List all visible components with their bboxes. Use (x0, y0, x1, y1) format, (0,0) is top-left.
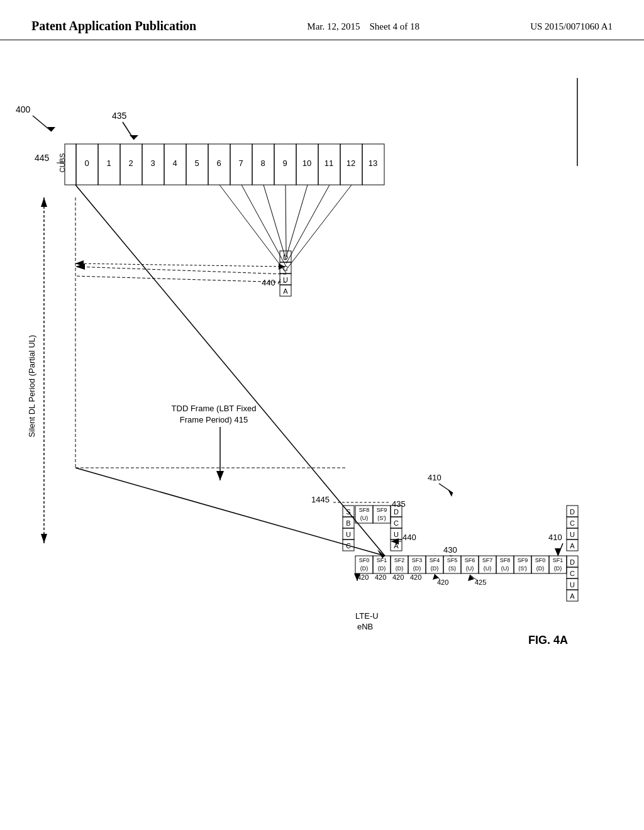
svg-text:CUBS: CUBS (58, 153, 66, 173)
svg-text:5: 5 (194, 158, 199, 168)
svg-text:410: 410 (548, 533, 562, 542)
svg-text:435: 435 (112, 111, 127, 121)
svg-text:7: 7 (238, 158, 243, 168)
svg-text:SF6: SF6 (465, 557, 475, 563)
svg-text:(S): (S) (448, 565, 456, 572)
svg-text:(S'): (S') (377, 515, 386, 521)
svg-marker-39 (41, 197, 47, 207)
pub-date: Mar. 12, 2015 (307, 21, 360, 31)
svg-line-65 (75, 276, 286, 282)
svg-text:10: 10 (303, 158, 311, 168)
svg-line-62 (286, 185, 352, 270)
svg-text:(S'): (S') (518, 565, 527, 572)
svg-text:(D): (D) (396, 565, 404, 572)
svg-text:C: C (570, 519, 575, 527)
publication-date-sheet: Mar. 12, 2015 Sheet 4 of 18 (307, 21, 419, 32)
svg-text:11: 11 (325, 158, 333, 168)
svg-text:SF5: SF5 (447, 557, 458, 563)
svg-rect-8 (65, 144, 76, 185)
svg-text:A: A (283, 287, 288, 295)
svg-text:SF3: SF3 (412, 557, 423, 563)
svg-text:SF9: SF9 (377, 507, 387, 513)
patent-number: US 2015/0071060 A1 (530, 21, 613, 32)
svg-text:420: 420 (392, 573, 404, 581)
sheet-info: Sheet 4 of 18 (369, 21, 419, 31)
svg-text:1445: 1445 (311, 495, 330, 504)
svg-text:1: 1 (106, 158, 111, 168)
svg-text:410: 410 (428, 473, 441, 482)
svg-line-1 (33, 116, 52, 131)
svg-text:U: U (346, 531, 351, 538)
page-header: Patent Application Publication Mar. 12, … (0, 0, 644, 40)
svg-text:(U): (U) (466, 565, 474, 572)
svg-text:SF7: SF7 (482, 557, 493, 563)
svg-line-57 (242, 185, 286, 267)
svg-text:4: 4 (172, 158, 177, 168)
svg-text:B: B (346, 519, 350, 527)
svg-text:SF9: SF9 (518, 557, 528, 563)
svg-text:SF0: SF0 (535, 557, 546, 563)
svg-text:D: D (570, 508, 575, 516)
svg-text:D: D (283, 253, 288, 261)
svg-marker-68 (448, 489, 453, 497)
svg-line-59 (286, 185, 286, 254)
svg-text:A: A (570, 542, 575, 550)
svg-text:C: C (394, 519, 399, 527)
svg-text:445: 445 (35, 153, 50, 163)
svg-text:U: U (394, 531, 399, 538)
svg-text:440: 440 (402, 533, 416, 542)
top-number-grid: 0 1 2 3 4 5 6 7 8 9 (76, 144, 384, 185)
svg-text:LTE-U: LTE-U (355, 611, 379, 621)
svg-text:(D): (D) (378, 565, 386, 572)
svg-text:0: 0 (84, 158, 89, 168)
svg-marker-5 (130, 135, 138, 140)
svg-text:(D): (D) (431, 565, 439, 572)
svg-line-168 (75, 185, 385, 556)
svg-text:eNB: eNB (357, 622, 373, 631)
svg-text:420: 420 (375, 573, 386, 581)
svg-text:D: D (394, 508, 399, 516)
svg-text:420: 420 (437, 578, 448, 586)
svg-text:U: U (570, 531, 575, 538)
svg-text:SF8: SF8 (359, 507, 370, 513)
svg-line-61 (286, 185, 330, 263)
svg-marker-147 (555, 548, 561, 556)
svg-text:U: U (570, 581, 575, 589)
svg-text:D: D (570, 558, 575, 566)
svg-text:3: 3 (150, 158, 155, 168)
svg-text:A: A (570, 592, 575, 600)
svg-text:8: 8 (260, 158, 265, 168)
svg-text:420: 420 (410, 573, 421, 581)
svg-text:440: 440 (262, 278, 275, 287)
svg-line-58 (264, 185, 286, 260)
main-diagram: 400 435 445 CUBS 0 1 2 3 (0, 40, 579, 795)
svg-text:SF0: SF0 (359, 557, 370, 563)
svg-text:2: 2 (128, 158, 133, 168)
svg-text:6: 6 (216, 158, 221, 168)
page-content: 400 435 445 CUBS 0 1 2 3 (0, 40, 644, 830)
publication-title: Patent Application Publication (31, 19, 196, 33)
svg-line-56 (219, 185, 286, 273)
svg-text:SF1: SF1 (377, 557, 387, 563)
svg-line-169 (75, 468, 385, 556)
svg-text:400: 400 (16, 104, 31, 114)
svg-text:(U): (U) (360, 515, 369, 521)
svg-line-63 (75, 267, 286, 274)
svg-marker-45 (216, 471, 224, 480)
svg-text:Frame Period) 415: Frame Period) 415 (180, 415, 248, 424)
svg-text:(D): (D) (536, 565, 545, 572)
svg-text:(D): (D) (360, 565, 369, 572)
svg-text:13: 13 (369, 158, 377, 168)
svg-text:SF8: SF8 (500, 557, 511, 563)
svg-text:(U): (U) (484, 565, 492, 572)
svg-text:(U): (U) (501, 565, 509, 572)
svg-text:TDD Frame (LBT Fixed: TDD Frame (LBT Fixed (172, 404, 257, 413)
svg-marker-40 (41, 534, 47, 543)
svg-text:12: 12 (347, 158, 355, 168)
svg-text:Silent DL Period (Partial UL): Silent DL Period (Partial UL) (27, 335, 36, 438)
svg-text:C: C (570, 570, 575, 577)
svg-text:(D): (D) (554, 565, 562, 572)
svg-text:SF2: SF2 (394, 557, 405, 563)
svg-text:SF4: SF4 (430, 557, 440, 563)
svg-text:435: 435 (392, 499, 406, 509)
